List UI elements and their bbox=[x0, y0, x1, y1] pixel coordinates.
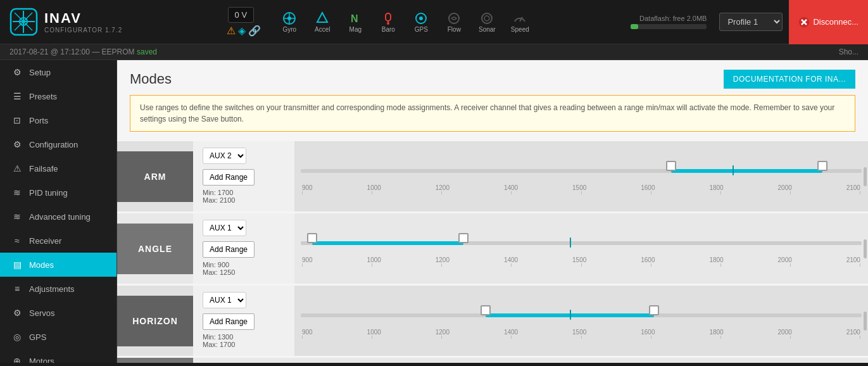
center-section: 0 V ⚠ ◈ 🔗 Gyro Accel N Mag bbox=[132, 7, 631, 37]
sidebar-item-adjustments[interactable]: ≡ Adjustments bbox=[0, 277, 116, 301]
sidebar-label-gps: GPS bbox=[29, 332, 46, 342]
sidebar-label-receiver: Receiver bbox=[29, 236, 61, 246]
sensor-baro[interactable]: Baro bbox=[372, 8, 404, 36]
svg-point-19 bbox=[484, 16, 489, 21]
disconnect-button[interactable]: Disconnec... bbox=[789, 0, 868, 44]
right-section: Dataflash: free 2.0MB Profile 1 Profile … bbox=[631, 0, 868, 44]
main-layout: ⚙ Setup ☰ Presets ⊡ Ports ⚙ Configuratio… bbox=[0, 60, 868, 363]
sensor-mag[interactable]: N Mag bbox=[339, 8, 371, 36]
mode-horizon: HORIZON AUX 1AUX 2AUX 3AUX 4 Add Range M… bbox=[117, 286, 868, 356]
angle-handle-right[interactable] bbox=[458, 233, 469, 243]
arm-handle-left[interactable] bbox=[666, 161, 676, 171]
sidebar-item-failsafe[interactable]: ⚠ Failsafe bbox=[0, 156, 116, 180]
mode-turn-assist-row: TURN ASSIST Add Range bbox=[117, 358, 868, 363]
diamond-icon: ◈ bbox=[238, 25, 246, 37]
sidebar-item-gps[interactable]: ◎ GPS bbox=[0, 325, 116, 349]
horizon-handle-right[interactable] bbox=[649, 305, 659, 315]
arm-slider-track bbox=[301, 169, 862, 173]
mode-angle-row: ANGLE AUX 1AUX 2AUX 3AUX 4 Add Range Min… bbox=[117, 213, 868, 284]
warning-icon: ⚠ bbox=[227, 25, 236, 37]
configuration-icon: ⚙ bbox=[11, 139, 23, 149]
angle-scroll-hint bbox=[864, 239, 867, 258]
arm-marker bbox=[733, 165, 734, 175]
gps-label: GPS bbox=[415, 26, 428, 33]
dataflash-label: Dataflash: free 2.0MB bbox=[639, 15, 707, 22]
arm-ruler: 90010001200140015001600180020002100 bbox=[301, 184, 862, 191]
horizon-aux-select[interactable]: AUX 1AUX 2AUX 3AUX 4 bbox=[203, 292, 246, 308]
sidebar-item-modes[interactable]: ▤ Modes bbox=[0, 253, 116, 277]
logo-section: INAV CONFIGURATOR 1.7.2 bbox=[0, 8, 132, 36]
horizon-slider-track bbox=[301, 313, 862, 317]
horizon-ruler: 90010001200140015001600180020002100 bbox=[301, 329, 862, 336]
angle-range-info: Min: 900Max: 1250 bbox=[203, 261, 285, 276]
disconnect-icon bbox=[798, 16, 810, 28]
angle-slider-track bbox=[301, 241, 862, 245]
sidebar-item-motors[interactable]: ⊕ Motors bbox=[0, 349, 116, 363]
mode-horizon-controls: AUX 1AUX 2AUX 3AUX 4 Add Range Min: 1300… bbox=[193, 286, 294, 356]
sidebar-label-pid: PID tuning bbox=[29, 188, 68, 198]
sidebar-item-presets[interactable]: ☰ Presets bbox=[0, 84, 116, 108]
setup-icon: ⚙ bbox=[11, 67, 23, 77]
accel-label: Accel bbox=[315, 26, 330, 33]
sensor-sonar[interactable]: Sonar bbox=[471, 8, 503, 36]
logo-text: INAV CONFIGURATOR 1.7.2 bbox=[44, 10, 122, 34]
arm-handle-right[interactable] bbox=[817, 161, 827, 171]
profile-select[interactable]: Profile 1 Profile 2 Profile 3 bbox=[719, 13, 783, 31]
presets-icon: ☰ bbox=[11, 91, 23, 101]
sensor-icons: Gyro Accel N Mag Baro GPS bbox=[274, 8, 536, 36]
servos-icon: ⚙ bbox=[11, 308, 23, 318]
sidebar-item-servos[interactable]: ⚙ Servos bbox=[0, 301, 116, 325]
sidebar-label-presets: Presets bbox=[29, 92, 57, 101]
angle-range-col: 90010001200140015001600180020002100 bbox=[294, 227, 868, 270]
sidebar-item-advanced-tuning[interactable]: ≋ Advanced tuning bbox=[0, 205, 116, 229]
arm-slider-fill bbox=[671, 169, 822, 173]
dataflash-fill bbox=[631, 24, 638, 29]
horizon-range-info: Min: 1300Max: 1700 bbox=[203, 333, 285, 348]
arm-add-range-button[interactable]: Add Range bbox=[203, 169, 255, 186]
dataflash-section: Dataflash: free 2.0MB bbox=[631, 15, 713, 29]
disconnect-label: Disconnec... bbox=[813, 17, 859, 27]
sidebar-item-ports[interactable]: ⊡ Ports bbox=[0, 108, 116, 132]
gyro-icon bbox=[282, 11, 297, 26]
speed-icon bbox=[512, 11, 527, 26]
sidebar-item-pid-tuning[interactable]: ≋ PID tuning bbox=[0, 180, 116, 205]
mode-arm-row: ARM AUX 2AUX 1AUX 3AUX 4 Add Range Min: … bbox=[117, 141, 868, 211]
accel-icon bbox=[315, 11, 330, 26]
angle-add-range-button[interactable]: Add Range bbox=[203, 241, 255, 258]
content-header: Modes DOCUMENTATION FOR INA... bbox=[117, 60, 868, 95]
angle-handle-left[interactable] bbox=[307, 233, 317, 243]
sonar-label: Sonar bbox=[479, 26, 496, 33]
arm-range-info: Min: 1700Max: 2100 bbox=[203, 189, 285, 204]
sidebar-label-setup: Setup bbox=[29, 68, 51, 77]
svg-marker-10 bbox=[317, 13, 327, 22]
sidebar-item-setup[interactable]: ⚙ Setup bbox=[0, 60, 116, 84]
sidebar-label-failsafe: Failsafe bbox=[29, 164, 58, 174]
mode-arm-label: ARM bbox=[117, 151, 193, 202]
mode-arm-controls: AUX 2AUX 1AUX 3AUX 4 Add Range Min: 1700… bbox=[193, 141, 294, 211]
svg-point-14 bbox=[387, 22, 389, 25]
horizon-add-range-button[interactable]: Add Range bbox=[203, 313, 255, 330]
failsafe-icon: ⚠ bbox=[11, 163, 23, 174]
sensor-speed[interactable]: Speed bbox=[504, 8, 536, 36]
pid-icon: ≋ bbox=[11, 187, 23, 198]
sensor-accel[interactable]: Accel bbox=[306, 8, 338, 36]
page-title: Modes bbox=[130, 71, 172, 87]
advanced-icon: ≋ bbox=[11, 211, 23, 222]
svg-point-17 bbox=[449, 13, 459, 23]
sensor-flow[interactable]: Flow bbox=[438, 8, 470, 36]
sidebar-item-receiver[interactable]: ≈ Receiver bbox=[0, 229, 116, 253]
status-saved: saved bbox=[137, 47, 157, 56]
mode-turn-assist-label: TURN ASSIST bbox=[117, 358, 193, 363]
arm-aux-select[interactable]: AUX 2AUX 1AUX 3AUX 4 bbox=[203, 148, 246, 164]
dataflash-bar bbox=[631, 24, 707, 29]
horizon-range-col: 90010001200140015001600180020002100 bbox=[294, 299, 868, 343]
modes-icon: ▤ bbox=[11, 260, 23, 270]
angle-aux-select[interactable]: AUX 1AUX 2AUX 3AUX 4 bbox=[203, 220, 246, 236]
doc-button[interactable]: DOCUMENTATION FOR INA... bbox=[724, 70, 855, 89]
horizon-handle-left[interactable] bbox=[481, 305, 491, 315]
sidebar-item-configuration[interactable]: ⚙ Configuration bbox=[0, 132, 116, 156]
sensor-gps[interactable]: GPS bbox=[405, 8, 437, 36]
content-area: Modes DOCUMENTATION FOR INA... Use range… bbox=[117, 60, 868, 363]
sensor-gyro[interactable]: Gyro bbox=[274, 8, 305, 36]
angle-marker bbox=[570, 237, 571, 248]
